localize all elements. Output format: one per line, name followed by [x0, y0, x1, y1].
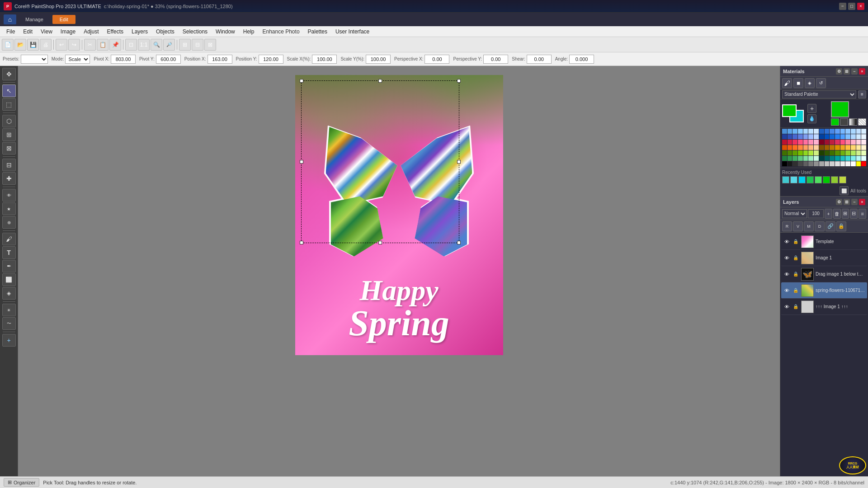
color-swatch[interactable]	[803, 150, 808, 155]
menu-item-enhance-photo[interactable]: Enhance Photo	[259, 28, 303, 36]
color-swatch[interactable]	[830, 161, 835, 166]
menu-item-file[interactable]: File	[3, 28, 19, 36]
color-swatch[interactable]	[830, 156, 835, 161]
color-swatch[interactable]	[825, 161, 830, 166]
color-swatch[interactable]	[830, 150, 835, 155]
color-swatch[interactable]	[861, 156, 866, 161]
color-swatch[interactable]	[814, 156, 819, 161]
color-swatch[interactable]	[856, 161, 861, 166]
foreground-color-swatch[interactable]	[782, 104, 797, 117]
vector-tool[interactable]: ✒	[2, 260, 16, 272]
menu-item-selections[interactable]: Selections	[179, 28, 211, 36]
pivot-x-input[interactable]	[111, 55, 136, 64]
zoom-fit-button[interactable]: ⊡	[125, 39, 137, 51]
copy-button[interactable]: 📋	[97, 39, 108, 51]
recent-color-swatch[interactable]	[831, 176, 838, 183]
color-swatch[interactable]	[788, 161, 793, 166]
color-swatch[interactable]	[861, 145, 866, 150]
link-layers-btn[interactable]: 🔗	[826, 221, 835, 231]
menu-item-layers[interactable]: Layers	[128, 28, 151, 36]
color-swatch[interactable]	[825, 150, 830, 155]
layers-close-button[interactable]: ×	[859, 199, 865, 205]
color-swatch[interactable]	[782, 145, 787, 150]
duplicate-layer-btn[interactable]: D	[815, 221, 825, 231]
color-swatch[interactable]	[851, 161, 856, 166]
save-button[interactable]: 💾	[27, 39, 39, 51]
mat-gradient-btn[interactable]: ◈	[805, 78, 815, 88]
color-swatch[interactable]	[856, 134, 861, 139]
color-swatch[interactable]	[808, 134, 813, 139]
menu-item-objects[interactable]: Objects	[152, 28, 178, 36]
erase-tool[interactable]: ⬜	[2, 273, 16, 286]
color-swatch[interactable]	[825, 129, 830, 134]
pan-tool[interactable]: ✥	[2, 68, 16, 80]
paste-button[interactable]: 📌	[109, 39, 121, 51]
new-raster-layer-btn[interactable]: R	[782, 221, 792, 231]
menu-item-window[interactable]: Window	[212, 28, 239, 36]
pivot-y-input[interactable]	[156, 55, 181, 64]
color-swatch[interactable]	[861, 161, 866, 166]
canvas-area[interactable]: Happy Spring	[18, 66, 780, 476]
new-file-button[interactable]: 📄	[2, 39, 14, 51]
cut-button[interactable]: ✂	[84, 39, 96, 51]
scale-x-input[interactable]	[312, 55, 337, 64]
menu-item-adjust[interactable]: Adjust	[80, 28, 102, 36]
manage-tab[interactable]: Manage	[18, 15, 51, 24]
color-swatch[interactable]	[782, 156, 787, 161]
opacity-input[interactable]	[808, 209, 824, 218]
print-button[interactable]: 🖨	[40, 39, 52, 51]
clone-tool[interactable]: ⊕	[2, 216, 16, 229]
open-file-button[interactable]: 📂	[14, 39, 26, 51]
color-swatch[interactable]	[782, 150, 787, 155]
color-swatch[interactable]	[861, 150, 866, 155]
color-swatch[interactable]	[851, 150, 856, 155]
color-swatch[interactable]	[793, 156, 797, 161]
recent-color-swatch[interactable]	[823, 176, 830, 183]
color-swatch[interactable]	[793, 134, 797, 139]
color-swatch[interactable]	[835, 140, 840, 145]
color-swatch[interactable]	[845, 129, 850, 134]
color-swatch[interactable]	[861, 134, 866, 139]
color-swatch[interactable]	[814, 129, 819, 134]
new-mask-layer-btn[interactable]: M	[804, 221, 814, 231]
layer-item-flowers[interactable]: 👁 🔒 spring-flowers-110671_1280	[781, 282, 867, 299]
menu-item-palettes[interactable]: Palettes	[304, 28, 331, 36]
layer-vis-white[interactable]: 👁	[783, 303, 790, 310]
color-swatch[interactable]	[803, 129, 808, 134]
color-swatch[interactable]	[788, 156, 793, 161]
color-swatch[interactable]	[793, 129, 797, 134]
small-bg-swatch[interactable]	[840, 118, 848, 126]
color-swatch[interactable]	[803, 145, 808, 150]
lock-layer-btn[interactable]: 🔒	[836, 221, 846, 231]
deform-tool[interactable]: ⬡	[2, 115, 16, 127]
color-swatch[interactable]	[825, 156, 830, 161]
persp-y-input[interactable]	[483, 55, 508, 64]
small-grad-swatch[interactable]	[849, 118, 857, 126]
color-swatch[interactable]	[798, 134, 803, 139]
dropper-btn[interactable]: 💧	[807, 114, 816, 123]
color-swatch[interactable]	[782, 161, 787, 166]
undo-button[interactable]: ↩	[56, 39, 67, 51]
layer-item-template[interactable]: 👁 🔒 Template	[781, 234, 867, 250]
color-swatch[interactable]	[835, 150, 840, 155]
pick-tool[interactable]: ↖	[2, 84, 16, 97]
straighten-button[interactable]: ⊠	[204, 39, 216, 51]
pos-x-input[interactable]	[208, 55, 232, 64]
color-swatch[interactable]	[845, 140, 850, 145]
layer-vis-template[interactable]: 👁	[783, 238, 790, 245]
add-to-palette-btn[interactable]: +	[807, 104, 816, 113]
color-swatch[interactable]	[814, 145, 819, 150]
color-swatch[interactable]	[803, 161, 808, 166]
menu-item-edit[interactable]: Edit	[19, 28, 36, 36]
color-swatch[interactable]	[856, 140, 861, 145]
color-swatch[interactable]	[803, 156, 808, 161]
mode-select[interactable]: Scale	[65, 55, 90, 64]
color-swatch[interactable]	[814, 161, 819, 166]
group-layer-button[interactable]: ⊞	[842, 209, 849, 219]
color-swatch[interactable]	[798, 140, 803, 145]
color-swatch[interactable]	[851, 129, 856, 134]
color-swatch[interactable]	[835, 156, 840, 161]
layers-minimize-button[interactable]: −	[851, 199, 858, 205]
color-swatch[interactable]	[782, 129, 787, 134]
persp-x-input[interactable]	[425, 55, 449, 64]
